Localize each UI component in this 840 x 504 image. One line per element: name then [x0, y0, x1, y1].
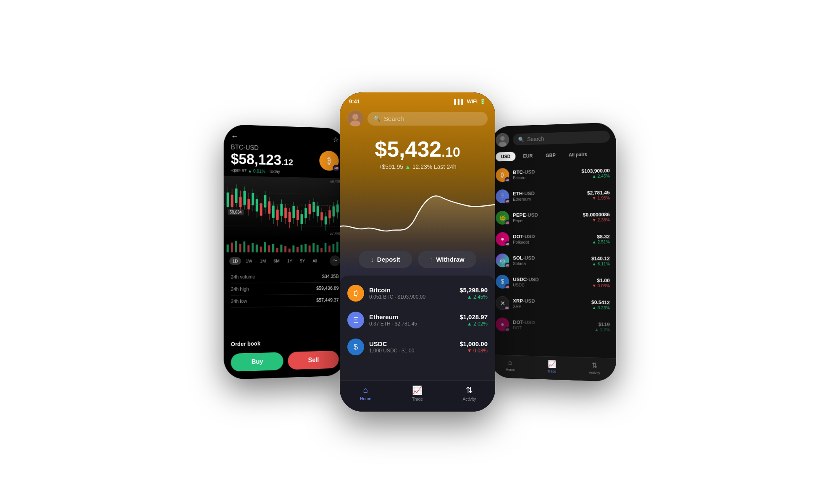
battery-icon: 🔋: [480, 99, 486, 105]
svg-rect-51: [304, 208, 307, 218]
candlestick-chart: 59,436 57,449 58,034: [224, 176, 346, 237]
activity-icon: ⇅: [466, 385, 473, 395]
back-button[interactable]: ←: [231, 131, 239, 141]
stat-volume: 24h volume $34.35B: [231, 270, 339, 283]
trade-price: $58,123.12: [231, 151, 293, 169]
svg-rect-52: [309, 204, 311, 214]
filter-all[interactable]: All pairs: [563, 150, 593, 160]
user-avatar[interactable]: [347, 110, 363, 126]
usdc-pair: USDC-USD: [513, 276, 588, 283]
favorite-button[interactable]: ☆: [333, 135, 339, 144]
nav-activity[interactable]: ⇅ Activity: [444, 385, 495, 402]
btc-icon: ₿: [347, 285, 364, 302]
tf-all[interactable]: All: [310, 257, 320, 265]
home-icon: ⌂: [363, 385, 368, 395]
usdc-flag: 🇺🇸: [505, 284, 510, 289]
eth-pair: ETH-USD: [513, 190, 583, 197]
svg-rect-49: [297, 210, 299, 220]
search-bar[interactable]: 🔍 Search: [368, 112, 488, 126]
svg-rect-88: [333, 244, 335, 252]
svg-rect-32: [227, 192, 229, 207]
tf-1y[interactable]: 1Y: [284, 257, 295, 265]
eth-icon: Ξ: [347, 312, 364, 328]
pepe-market-info: PEPE-USD Pepe: [513, 212, 579, 223]
btc-flag: 🇺🇸: [505, 177, 510, 183]
eth-flag: 🇺🇸: [505, 199, 510, 204]
filter-eur[interactable]: EUR: [518, 151, 538, 161]
usdc-market-values: $1.00 ▼ 0.03%: [592, 277, 610, 288]
buy-button[interactable]: Buy: [231, 352, 284, 371]
home-label: Home: [506, 368, 514, 372]
market-pepe[interactable]: 🐸 🇺🇸 PEPE-USD Pepe $0.0000086 ▼ 2.38%: [490, 205, 616, 228]
sol-flag: 🇺🇸: [505, 262, 510, 268]
svg-rect-87: [328, 246, 331, 252]
withdraw-button[interactable]: ↑ Withdraw: [418, 251, 476, 268]
dot2-market-info: DOT-USD DOT: [513, 319, 591, 332]
svg-rect-85: [320, 248, 323, 252]
filter-usd[interactable]: USD: [496, 152, 515, 161]
svg-rect-34: [235, 189, 238, 203]
dot-market-values: $8.32 ▲ 2.51%: [592, 234, 610, 244]
svg-rect-67: [247, 245, 249, 252]
markets-search-bar[interactable]: 🔍 Search: [513, 131, 610, 145]
svg-rect-69: [256, 244, 258, 252]
mnav-trade[interactable]: 📈 Trade: [531, 359, 573, 374]
avatar-image: [347, 110, 363, 126]
usdc-market-icon: $ 🇺🇸: [496, 275, 509, 289]
nav-home[interactable]: ⌂ Home: [340, 385, 391, 402]
trade-title-section: BTC-USD $58,123.12 +$89.97 ▲ 0.01% · Tod…: [224, 144, 346, 178]
tf-1d[interactable]: 1D: [229, 257, 241, 265]
svg-rect-82: [309, 245, 311, 252]
market-usdc[interactable]: $ 🇺🇸 USDC-USD USDC $1.00 ▼ 0.03%: [490, 271, 616, 294]
holding-usdc[interactable]: $ USDC 1,000 USDC · $1.00 $1,000.00 ▼ 0.…: [340, 333, 495, 360]
mnav-activity[interactable]: ⇅ Activity: [573, 360, 616, 375]
market-btc[interactable]: ₿ 🇺🇸 BTC-USD Bitcoin $103,900.00 ▲ 2.45%: [490, 162, 616, 186]
sell-button[interactable]: Sell: [288, 351, 339, 370]
chart-high-label: 59,436: [330, 179, 341, 184]
holding-bitcoin[interactable]: ₿ Bitcoin 0.051 BTC · $103,900.00 $5,298…: [340, 280, 495, 307]
svg-rect-66: [243, 242, 245, 252]
markets-bottom-nav: ⌂ Home 📈 Trade ⇅ Activity: [490, 354, 616, 382]
svg-rect-77: [289, 249, 291, 252]
market-eth[interactable]: Ξ 🇺🇸 ETH-USD Ethereum $2,781.45 ▼ 1.95%: [490, 184, 616, 207]
user-avatar-sm[interactable]: [496, 133, 509, 147]
eth-market-info: ETH-USD Ethereum: [513, 190, 583, 202]
market-dot[interactable]: ● 🇺🇸 DOT-USD Polkadot $8.32 ▲ 2.51%: [490, 228, 616, 250]
tf-1m[interactable]: 1M: [257, 257, 269, 265]
btc-values: $5,298.90 ▲ 2.45%: [459, 286, 488, 300]
withdraw-icon: ↑: [430, 256, 433, 263]
tf-1w[interactable]: 1W: [243, 257, 255, 265]
dot-flag: 🇺🇸: [505, 242, 510, 247]
eth-info: Ethereum 0.37 ETH · $2,781.45: [369, 313, 454, 327]
market-sol[interactable]: ◎ 🇺🇸 SOL-USD Solana $140.12 ▲ 6.11%: [490, 249, 616, 271]
tf-5y[interactable]: 5Y: [297, 257, 308, 265]
mnav-home[interactable]: ⌂ Home: [490, 358, 531, 373]
btc-market-info: BTC-USD Bitcoin: [513, 168, 578, 180]
svg-rect-47: [289, 212, 291, 222]
tf-6m[interactable]: 6M: [270, 257, 283, 265]
usdc-values: $1,000.00 ▼ 0.03%: [459, 340, 488, 354]
center-phone: 9:41 ▌▌▌ WiFi 🔋: [340, 92, 495, 412]
market-xrp[interactable]: ✕ 🇺🇸 XRP-USD XRP $0.5412 ▲ 3.23%: [490, 292, 616, 316]
btc-info: Bitcoin 0.051 BTC · $103,900.00: [369, 286, 454, 300]
xrp-market-values: $0.5412 ▲ 3.23%: [591, 299, 610, 310]
market-dot2[interactable]: ● 🇺🇸 DOT-USD DOT $119 ▲ 1.2%: [490, 313, 616, 338]
eth-market-icon: Ξ 🇺🇸: [496, 189, 509, 203]
deposit-button[interactable]: ↓ Deposit: [359, 251, 412, 268]
activity-label: Activity: [589, 371, 600, 375]
pepe-flag: 🇺🇸: [505, 220, 510, 226]
eth-values: $1,028.97 ▲ 2.02%: [459, 313, 488, 327]
home-header: 🔍 Search: [340, 107, 495, 130]
svg-rect-33: [231, 194, 234, 207]
filter-gbp[interactable]: GBP: [540, 150, 561, 160]
nav-trade[interactable]: 📈 Trade: [391, 385, 443, 402]
market-list: ₿ 🇺🇸 BTC-USD Bitcoin $103,900.00 ▲ 2.45%: [490, 162, 616, 358]
trade-actions: Buy Sell: [224, 346, 346, 380]
status-icons: ▌▌▌ WiFi 🔋: [454, 99, 486, 105]
svg-rect-45: [280, 204, 283, 216]
holding-ethereum[interactable]: Ξ Ethereum 0.37 ETH · $2,781.45 $1,028.9…: [340, 307, 495, 333]
svg-rect-72: [268, 245, 270, 252]
chart-type-button[interactable]: 〜: [330, 255, 340, 266]
trade-label: Trade: [547, 369, 556, 373]
svg-rect-50: [301, 214, 303, 224]
